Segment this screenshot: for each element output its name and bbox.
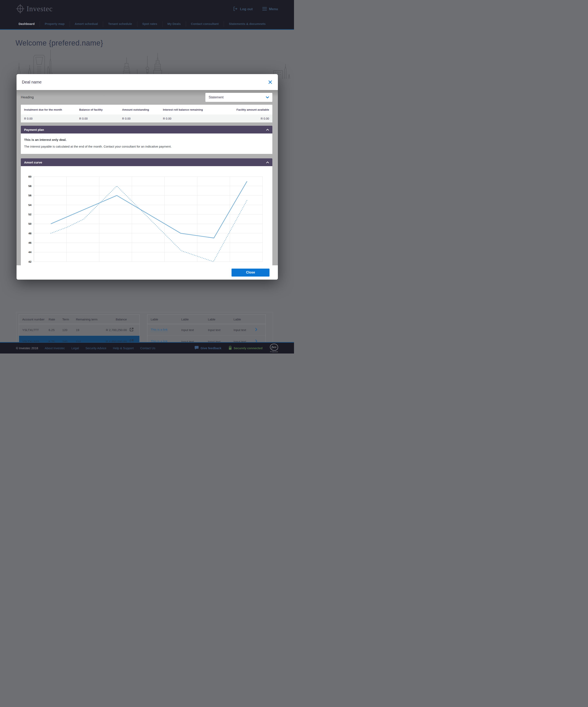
amort-curve-header[interactable]: Amort curve [21,158,272,166]
menu-label: Menu [269,7,278,11]
modal-title: Deal name [22,80,42,85]
y-axis-tick-label: 42 [28,260,31,263]
copyright-text: © Investec 2018 [16,346,38,350]
modal-header: Deal name [17,74,278,90]
y-axis-tick-label: 46 [28,241,32,244]
links-column-header: Lable [151,317,181,321]
input-text-cell: Input text [208,328,234,332]
footer-link-about-investec[interactable]: About Investec [45,346,65,350]
account-term: 120 [62,328,76,332]
stats-column-header: Balance of facility [79,108,122,111]
nav-item-statements-documnets[interactable]: Statements & documnets [224,22,271,26]
statement-dropdown[interactable]: Statement [205,93,272,102]
menu-button[interactable]: Menu [262,7,278,12]
stats-value: R 0.00 [224,117,269,120]
accounts-column-header: Balance [99,317,127,321]
accounts-column-header: Term [62,317,76,321]
links-row: This is a linkInput textInput textInput … [148,324,265,336]
securely-connected-badge: Securely connected [229,346,263,350]
links-table-header: LableLableLableLable [148,315,265,324]
payment-plan-bold-line: This is an interest only deal. [24,138,269,142]
modal-footer: Close [17,265,278,280]
footer-link-help-support[interactable]: Help & Support [113,346,134,350]
nav-item-tenant-schedule[interactable]: Tenant schedule [103,22,137,26]
logout-arrow-icon [233,6,238,12]
nav-item-dashboard[interactable]: Dashboard [13,22,40,26]
investec-logo: Investec [16,3,53,15]
give-feedback-button[interactable]: Give feedback [195,346,222,350]
chevron-right-icon[interactable] [255,328,262,332]
links-column-header: Lable [234,317,255,321]
page-footer: © Investec 2018 About InvestecLegalSecur… [0,342,294,354]
stats-column-header: Instalment due for the month [24,108,79,111]
statement-dropdown-value: Statement [209,96,224,99]
main-nav: DashboardProperty mapAmort schedualTenan… [0,19,294,30]
nav-item-my-deals[interactable]: My Deals [162,22,186,26]
nav-item-contact-consultant[interactable]: Contact consultant [186,22,224,26]
fscs-sub-label: Protected [270,351,278,353]
input-text-cell: Input text [234,328,255,332]
footer-link-legal[interactable]: Legal [71,346,79,350]
open-in-new-icon[interactable] [127,328,136,332]
securely-connected-label: Securely connected [234,346,263,350]
amort-solid-line [51,181,247,238]
links-column-header: Lable [208,317,234,321]
brand-name: Investec [27,4,53,13]
y-axis-tick-label: 58 [28,184,32,188]
y-axis-tick-label: 48 [28,232,32,235]
account-row[interactable]: YSLTXLTTT6.2512019R 2,700,250.00 [19,324,139,336]
stats-column-header: Facility amount available [224,108,269,111]
accounts-table-header: Account numberRateTermRemaining termBala… [19,315,139,324]
stats-value: R 0.00 [24,117,79,120]
payment-plan-section: Payment plan This is an interest only de… [21,126,272,154]
chevron-up-icon [266,162,269,163]
page-title: Welcome {prefered.name} [0,30,294,47]
accounts-column-header: Remaining term [76,317,99,321]
account-remaining-term: 19 [76,328,99,332]
fscs-logo: fscs Protected [270,344,278,353]
modal-body: Heading Statement Instalment due for the… [17,90,278,265]
top-header: Investec Log out Menu [0,0,294,19]
accounts-column-header: Rate [48,317,62,321]
stats-value: R 0.00 [79,117,122,120]
amort-curve-title: Amort curve [24,161,42,164]
y-axis-tick-label: 50 [28,222,31,225]
chevron-up-icon [266,129,269,131]
hamburger-icon [262,7,267,12]
y-axis-tick-label: 44 [28,250,32,254]
y-axis-tick-label: 60 [28,175,31,178]
close-button[interactable]: Close [231,269,269,276]
row-link[interactable]: This is a link [151,328,168,332]
footer-link-contact-us[interactable]: Contact Us [140,346,155,350]
lock-icon [229,346,232,350]
speech-bubble-icon [195,346,199,350]
account-balance: R 2,700,250.00 [99,328,127,332]
payment-plan-text: The interest payable is calculated at th… [24,145,269,148]
stats-column-header: Amount outstanding [122,108,163,111]
links-column-header: Lable [181,317,208,321]
y-axis-tick-label: 54 [28,203,32,207]
y-axis-tick-label: 56 [28,194,32,197]
close-icon[interactable] [268,80,272,84]
investec-globe-icon [16,3,25,15]
fscs-label: fscs [271,345,276,349]
nav-item-amort-schedual[interactable]: Amort schedual [70,22,103,26]
payment-plan-title: Payment plan [24,128,44,131]
nav-item-property-map[interactable]: Property map [40,22,70,26]
deal-stats-card: Instalment due for the monthBalance of f… [21,105,272,123]
give-feedback-label: Give feedback [201,346,222,350]
account-number: YSLTXLTTT [22,328,48,332]
stats-value: R 0.00 [122,117,163,120]
deal-stats-values: R 0.00R 0.00R 0.00R 0.00R 0.00 [21,114,272,123]
logout-label: Log out [240,7,253,11]
footer-link-security-advice[interactable]: Security Advice [86,346,106,350]
deal-modal: Deal name Heading Statement Instalment d… [17,74,278,280]
nav-item-spot-rates[interactable]: Spot rates [137,22,162,26]
stats-column-header: Interest roll balance remaining [163,108,224,111]
modal-heading-label: Heading [21,95,34,99]
payment-plan-header[interactable]: Payment plan [21,126,272,133]
amort-chart: 60585654525048464442 [21,166,272,265]
amort-curve-plot: 60585654525048464442 [21,166,272,265]
logout-button[interactable]: Log out [233,6,253,12]
input-text-cell: Input text [181,328,208,332]
